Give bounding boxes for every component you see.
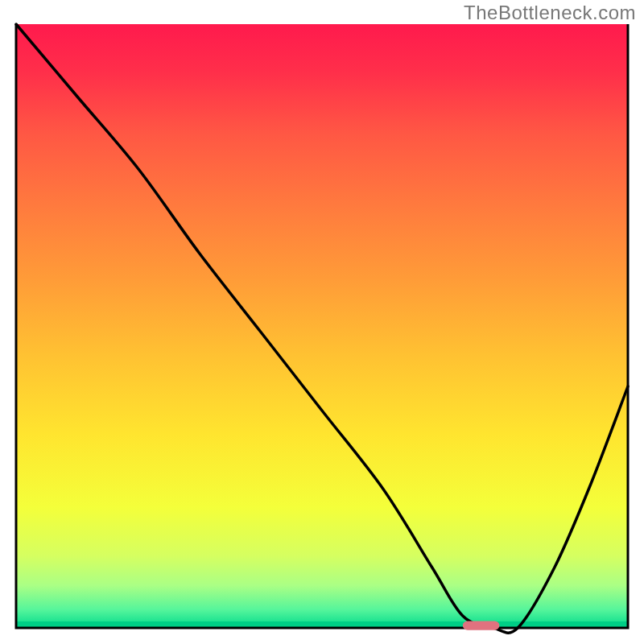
chart-frame: TheBottleneck.com (0, 0, 644, 644)
target-marker (463, 621, 500, 630)
bottleneck-chart (0, 0, 644, 644)
gradient-field (16, 24, 628, 628)
